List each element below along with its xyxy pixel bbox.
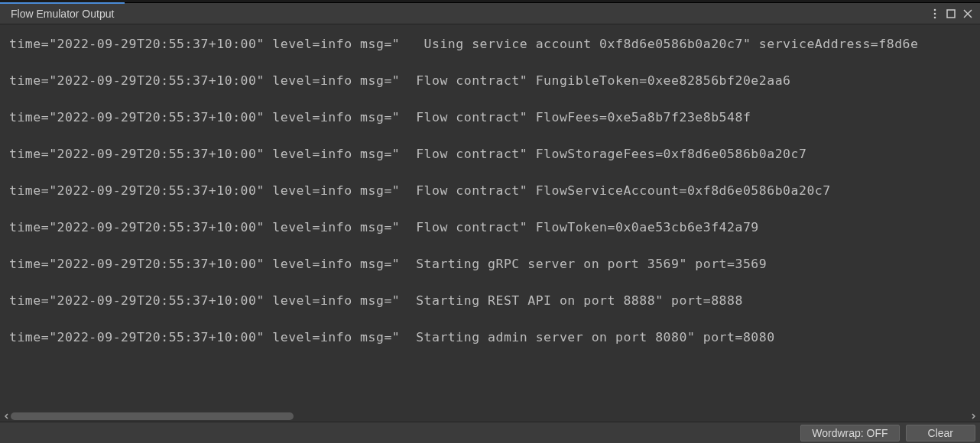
close-icon[interactable] [962, 8, 974, 20]
clear-label: Clear [928, 427, 953, 439]
scroll-right-icon[interactable] [969, 412, 977, 420]
wordwrap-toggle[interactable]: Wordwrap: OFF [800, 425, 899, 441]
maximize-icon[interactable] [945, 8, 957, 20]
log-line: time="2022-09-29T20:55:37+10:00" level=i… [9, 328, 971, 347]
log-line: time="2022-09-29T20:55:37+10:00" level=i… [9, 292, 971, 310]
more-icon[interactable] [930, 8, 940, 20]
status-bar: Wordwrap: OFF Clear [0, 422, 980, 443]
scrollbar-track[interactable] [11, 412, 969, 420]
log-line: time="2022-09-29T20:55:37+10:00" level=i… [9, 218, 971, 237]
svg-point-0 [934, 8, 936, 11]
log-line: time="2022-09-29T20:55:37+10:00" level=i… [9, 72, 971, 90]
panel-title-tab[interactable]: Flow Emulator Output [0, 2, 125, 24]
panel-title-bar: Flow Emulator Output [0, 3, 980, 24]
log-line: time="2022-09-29T20:55:37+10:00" level=i… [9, 108, 971, 127]
log-line: time="2022-09-29T20:55:37+10:00" level=i… [9, 182, 971, 200]
svg-rect-3 [947, 10, 955, 18]
svg-point-2 [934, 16, 936, 18]
panel-title: Flow Emulator Output [11, 8, 114, 20]
window-controls [930, 8, 980, 20]
clear-button[interactable]: Clear [906, 425, 975, 441]
log-line: time="2022-09-29T20:55:37+10:00" level=i… [9, 145, 971, 163]
log-line: time="2022-09-29T20:55:37+10:00" level=i… [9, 255, 971, 273]
console-output: time="2022-09-29T20:55:37+10:00" level=i… [0, 24, 980, 422]
wordwrap-label: Wordwrap: OFF [812, 427, 888, 439]
horizontal-scrollbar[interactable] [3, 411, 977, 422]
scroll-left-icon[interactable] [3, 412, 11, 420]
scrollbar-thumb[interactable] [11, 412, 294, 420]
log-line: time="2022-09-29T20:55:37+10:00" level=i… [9, 35, 971, 53]
svg-point-1 [934, 12, 936, 15]
log-container: time="2022-09-29T20:55:37+10:00" level=i… [9, 35, 971, 347]
